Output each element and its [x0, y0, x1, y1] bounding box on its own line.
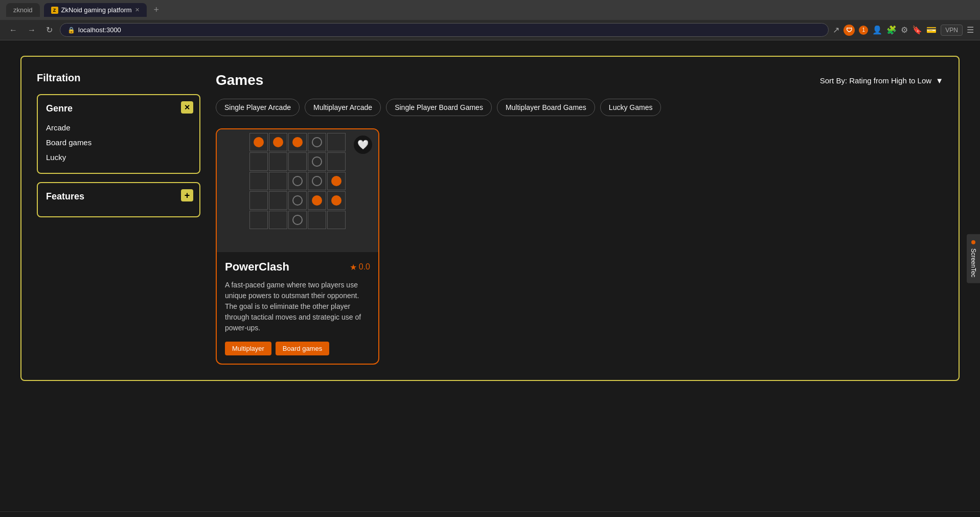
game-card-powerclash[interactable]: 🤍 — [216, 128, 379, 365]
grid-cell — [288, 211, 307, 229]
screentec-label: ScreenTec — [970, 248, 977, 277]
game-tags: Multiplayer Board games — [225, 342, 370, 355]
favorite-button[interactable]: 🤍 — [354, 136, 372, 154]
browser-actions: ↗ 🛡 1 👤 🧩 ⚙ 🔖 💳 VPN ☰ — [833, 25, 974, 36]
profile-button[interactable]: 👤 — [872, 25, 882, 35]
address-text: localhost:3000 — [78, 26, 121, 34]
grid-cell — [249, 172, 268, 190]
notification-badge[interactable]: 1 — [859, 26, 868, 35]
grid-cell — [308, 191, 326, 210]
tab-single-player-arcade[interactable]: Single Player Arcade — [216, 99, 300, 116]
brave-shield-button[interactable]: 🛡 — [844, 25, 855, 36]
grid-cell — [327, 133, 346, 151]
back-button[interactable]: ← — [6, 25, 20, 36]
tab-lucky-games[interactable]: Lucky Games — [600, 99, 662, 116]
chevron-down-icon: ▼ — [936, 76, 943, 85]
grid-cell — [288, 191, 307, 210]
genre-filter-section: Genre ✕ Arcade Board games Lucky — [37, 94, 200, 174]
tag-board-games: Board games — [276, 342, 329, 355]
game-rating: ★ 0.0 — [350, 262, 370, 272]
grid-cell — [269, 172, 287, 190]
browser-titlebar: zknoid Z ZkNoid gaming platform ✕ + — [0, 0, 980, 20]
grid-cell — [288, 172, 307, 190]
share-button[interactable]: ↗ — [833, 25, 839, 35]
page-wrapper: Filtration Genre ✕ Arcade Board games Lu… — [0, 40, 980, 511]
main-container: Filtration Genre ✕ Arcade Board games Lu… — [20, 56, 960, 381]
game-grid — [249, 133, 346, 249]
tab-close-icon[interactable]: ✕ — [135, 7, 140, 13]
browser-chrome: zknoid Z ZkNoid gaming platform ✕ + ← → … — [0, 0, 980, 40]
filter-item-lucky[interactable]: Lucky — [46, 150, 191, 165]
grid-cell — [269, 152, 287, 171]
grid-cell — [249, 133, 268, 151]
game-card-title-row: PowerClash ★ 0.0 — [225, 260, 370, 274]
tab-multiplayer-board-games[interactable]: Multiplayer Board Games — [497, 99, 595, 116]
inactive-tab[interactable]: zknoid — [6, 3, 40, 17]
lock-icon: 🔒 — [67, 27, 75, 34]
tag-multiplayer: Multiplayer — [225, 342, 271, 355]
filter-item-arcade[interactable]: Arcade — [46, 120, 191, 135]
inactive-tab-label: zknoid — [13, 6, 33, 14]
tab-favicon: Z — [51, 7, 58, 14]
settings-button[interactable]: ⚙ — [901, 25, 908, 35]
tab-multiplayer-arcade[interactable]: Multiplayer Arcade — [305, 99, 381, 116]
grid-cell — [269, 191, 287, 210]
address-bar[interactable]: 🔒 localhost:3000 — [60, 23, 829, 37]
sort-by-label: Sort By: Rating from High to Low — [820, 76, 931, 85]
features-expand-button[interactable]: + — [181, 189, 193, 201]
grid-cell — [249, 191, 268, 210]
active-tab[interactable]: Z ZkNoid gaming platform ✕ — [44, 3, 147, 17]
sort-by-dropdown[interactable]: Sort By: Rating from High to Low ▼ — [820, 76, 943, 85]
grid-cell — [327, 191, 346, 210]
game-card-image: 🤍 — [217, 129, 378, 252]
filter-item-board-games[interactable]: Board games — [46, 135, 191, 150]
games-header: Games Sort By: Rating from High to Low ▼ — [216, 72, 943, 88]
game-description: A fast-paced game where two players use … — [225, 280, 370, 333]
games-title: Games — [216, 72, 263, 88]
sidebar: Filtration Genre ✕ Arcade Board games Lu… — [37, 72, 200, 365]
genre-section-title: Genre — [46, 103, 191, 114]
bookmark-button[interactable]: 🔖 — [912, 25, 922, 35]
grid-cell — [308, 211, 326, 229]
grid-cell — [269, 133, 287, 151]
grid-cell — [308, 152, 326, 171]
filter-tabs: Single Player Arcade Multiplayer Arcade … — [216, 99, 943, 116]
grid-cell — [249, 152, 268, 171]
vpn-button[interactable]: VPN — [941, 25, 963, 36]
menu-button[interactable]: ☰ — [967, 25, 974, 35]
active-tab-label: ZkNoid gaming platform — [61, 6, 132, 14]
genre-close-button[interactable]: ✕ — [181, 101, 193, 114]
game-card-info: PowerClash ★ 0.0 A fast-paced game where… — [217, 252, 378, 364]
star-icon: ★ — [350, 262, 357, 272]
grid-cell — [308, 133, 326, 151]
grid-cell — [327, 152, 346, 171]
grid-cell — [288, 152, 307, 171]
features-filter-section: Features + — [37, 182, 200, 217]
game-title: PowerClash — [225, 260, 289, 274]
screentec-dot — [971, 240, 975, 244]
features-section-title: Features — [46, 191, 191, 202]
rating-value: 0.0 — [359, 262, 370, 272]
tab-single-player-board-games[interactable]: Single Player Board Games — [386, 99, 492, 116]
grid-cell — [308, 172, 326, 190]
forward-button[interactable]: → — [25, 25, 39, 36]
screentec-sidebar[interactable]: ScreenTec — [967, 234, 980, 283]
grid-cell — [327, 211, 346, 229]
browser-toolbar: ← → ↻ 🔒 localhost:3000 ↗ 🛡 1 👤 🧩 ⚙ 🔖 💳 V… — [0, 20, 980, 40]
bottom-bar: ⚡ Statically rendered page. Learn more ✕ — [0, 511, 980, 517]
grid-cell — [288, 133, 307, 151]
grid-cell — [269, 211, 287, 229]
wallet-button[interactable]: 💳 — [926, 25, 937, 35]
grid-cell — [249, 211, 268, 229]
main-content: Games Sort By: Rating from High to Low ▼… — [216, 72, 943, 365]
new-tab-button[interactable]: + — [151, 4, 163, 16]
grid-cell — [327, 172, 346, 190]
extensions-button[interactable]: 🧩 — [886, 25, 897, 35]
filtration-title: Filtration — [37, 72, 200, 84]
refresh-button[interactable]: ↻ — [43, 24, 56, 36]
